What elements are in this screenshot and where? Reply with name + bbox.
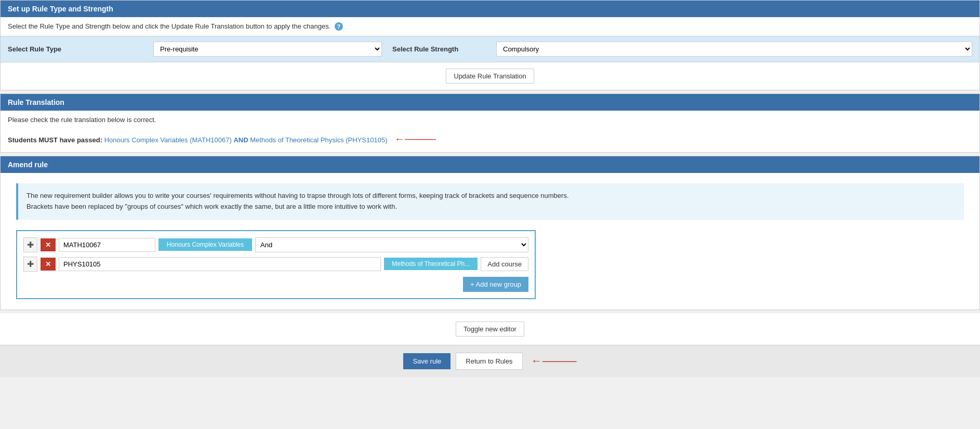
translation-section: Rule Translation Please check the rule t…: [0, 93, 980, 153]
arrow-indicator: ←———: [394, 133, 436, 145]
footer-arrow: ←———: [531, 354, 577, 368]
must-text: Students MUST have passed:: [8, 136, 102, 144]
amend-section: Amend rule The new requirement builder a…: [0, 156, 980, 310]
update-translation-button[interactable]: Update Rule Translation: [446, 69, 534, 84]
info-line1: The new requirement builder allows you t…: [27, 191, 956, 202]
translation-header: Rule Translation: [1, 94, 979, 111]
page-wrapper: Set up Rule Type and Strength Select the…: [0, 0, 980, 429]
setup-header: Set up Rule Type and Strength: [1, 1, 979, 17]
course-name-badge-1: Honours Complex Variables: [158, 238, 252, 251]
toggle-row: Toggle new editor: [0, 313, 980, 345]
and-connector: AND: [233, 136, 250, 144]
setup-section: Set up Rule Type and Strength Select the…: [0, 0, 980, 90]
course-row-2: ✚ ✕ Methods of Theoretical Ph... Add cou…: [23, 257, 528, 272]
add-group-row: + Add new group: [23, 277, 528, 292]
rule-strength-label: Select Rule Strength: [392, 45, 496, 53]
rule-builder: ✚ ✕ Honours Complex Variables And Or ✚ ✕…: [16, 230, 536, 299]
connector-select-1[interactable]: And Or: [255, 237, 528, 252]
return-to-rules-button[interactable]: Return to Rules: [456, 353, 522, 370]
rule-type-row: Select Rule Type Pre-requisite Co-requis…: [1, 36, 979, 62]
amend-header: Amend rule: [1, 156, 979, 173]
add-course-button[interactable]: Add course: [481, 257, 528, 271]
course-name-badge-2: Methods of Theoretical Ph...: [384, 258, 478, 270]
setup-intro-text: Select the Rule Type and Strength below …: [8, 22, 330, 30]
add-group-button[interactable]: + Add new group: [463, 277, 528, 292]
info-line2: Brackets have been replaced by "groups o…: [27, 202, 956, 212]
translation-text: Students MUST have passed: Honours Compl…: [1, 129, 979, 152]
translation-intro: Please check the rule translation below …: [1, 111, 979, 129]
save-rule-button[interactable]: Save rule: [403, 353, 451, 369]
amend-body: The new requirement builder allows you t…: [1, 173, 979, 310]
toggle-editor-button[interactable]: Toggle new editor: [456, 321, 524, 337]
rule-strength-select-wrap: Compulsory Advisory Prohibited: [496, 42, 972, 57]
course-code-input-1[interactable]: [59, 238, 155, 252]
course-code-input-2[interactable]: [59, 257, 381, 271]
remove-button-1[interactable]: ✕: [41, 238, 56, 251]
course2-link[interactable]: Methods of Theoretical Physics (PHYS1010…: [250, 136, 387, 144]
course-row-1: ✚ ✕ Honours Complex Variables And Or: [23, 237, 528, 252]
rule-type-select[interactable]: Pre-requisite Co-requisite Excluded Reco…: [153, 42, 382, 57]
update-row: Update Rule Translation: [1, 62, 979, 90]
help-icon[interactable]: ?: [335, 22, 343, 31]
drag-handle-1[interactable]: ✚: [23, 237, 37, 252]
rule-strength-select[interactable]: Compulsory Advisory Prohibited: [496, 42, 972, 57]
remove-button-2[interactable]: ✕: [41, 258, 56, 271]
translation-intro-text: Please check the rule translation below …: [8, 116, 156, 124]
footer-bar: Save rule Return to Rules ←———: [0, 345, 980, 377]
info-box: The new requirement builder allows you t…: [16, 183, 964, 220]
rule-type-select-wrap: Pre-requisite Co-requisite Excluded Reco…: [153, 42, 382, 57]
rule-type-label: Select Rule Type: [8, 45, 153, 53]
drag-handle-2[interactable]: ✚: [23, 257, 37, 272]
course1-link[interactable]: Honours Complex Variables (MATH10067): [104, 136, 232, 144]
setup-intro: Select the Rule Type and Strength below …: [1, 17, 979, 36]
